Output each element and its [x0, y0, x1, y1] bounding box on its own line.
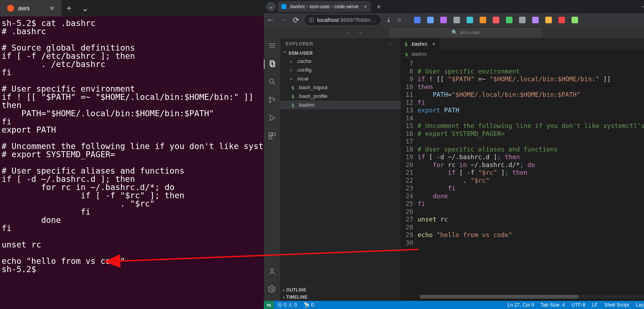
extension-icon[interactable] [414, 17, 421, 23]
shell-file-icon: $ [290, 85, 296, 90]
browser-back-button[interactable]: ← [267, 16, 274, 24]
code-line[interactable]: unset rc [418, 215, 644, 223]
terminal-tab[interactable]: aws × [0, 0, 62, 16]
svg-rect-12 [272, 133, 275, 136]
status-cursor-position[interactable]: Ln 27, Col 9 [504, 302, 537, 308]
code-content[interactable]: # User specific environmentif ! [[ "$PAT… [418, 59, 644, 294]
status-layout[interactable]: Layout: Gern [633, 302, 644, 308]
code-line[interactable]: if [ -d ~/.bashrc.d ]; then [418, 153, 644, 161]
extension-icon[interactable] [427, 17, 434, 23]
command-center[interactable]: 🔍 ssm-user [389, 28, 542, 37]
extension-icon[interactable] [558, 17, 565, 23]
browser-forward-button[interactable]: → [280, 16, 287, 24]
tree-folder[interactable]: ›.config [280, 66, 401, 74]
vscode-nav-forward-icon[interactable]: → [357, 30, 362, 36]
tree-folder[interactable]: ›.cache [280, 57, 401, 66]
code-line[interactable]: for rc in ~/.bashrc.d/*; do [418, 161, 644, 169]
terminal-tab-close-icon[interactable]: × [50, 4, 54, 13]
install-app-icon[interactable]: ⤓ [386, 16, 391, 24]
code-line[interactable]: # export SYSTEMD_PAGER= [418, 130, 644, 138]
warning-icon: ⚠ [288, 302, 293, 308]
ports-icon: 📡 [304, 302, 310, 308]
tree-folder[interactable]: ›.local [280, 74, 401, 83]
code-line[interactable]: # User specific environment [418, 68, 644, 75]
shell-file-icon: $ [404, 41, 407, 47]
activity-search-icon[interactable] [268, 78, 276, 87]
explorer-more-icon[interactable]: ··· [389, 41, 395, 47]
code-line[interactable] [418, 223, 644, 231]
extension-icon[interactable] [467, 17, 473, 23]
ubuntu-logo-icon [7, 5, 14, 12]
browser-minimize-icon[interactable]: — [642, 3, 644, 10]
browser-new-tab-button[interactable]: + [372, 2, 381, 11]
status-remote-button[interactable]: ⇋ [264, 301, 274, 309]
extension-icon[interactable] [493, 17, 499, 23]
terminal-tabbar: aws × + ⌄ [0, 0, 264, 16]
terminal-output[interactable]: sh-5.2$ cat .bashrc # .bashrc # Source g… [0, 16, 264, 309]
address-bar[interactable]: ⓘ localhost:9999/?folder… [305, 15, 381, 25]
code-line[interactable]: export PATH [418, 106, 644, 114]
code-line[interactable]: then [418, 83, 644, 91]
extension-icon[interactable] [572, 17, 578, 23]
status-eol[interactable]: LF [589, 302, 601, 308]
terminal-tab-dropdown-icon[interactable]: ⌄ [77, 3, 94, 13]
scrollbar-thumb[interactable] [420, 295, 579, 299]
code-line[interactable]: # User specific aliases and functions [418, 145, 644, 153]
activity-run-debug-icon[interactable] [268, 114, 276, 123]
status-tab-size[interactable]: Tab Size: 4 [537, 302, 568, 308]
code-line[interactable]: fi [418, 184, 644, 192]
code-line[interactable]: fi [418, 99, 644, 107]
code-line[interactable] [418, 239, 644, 247]
activity-settings-icon[interactable] [268, 285, 276, 294]
activity-source-control-icon[interactable] [268, 96, 276, 105]
code-line[interactable]: echo "hello from vs code" [418, 231, 644, 239]
bookmark-star-icon[interactable]: ☆ [397, 16, 402, 24]
extension-icon[interactable] [506, 17, 512, 23]
activity-explorer-icon[interactable] [264, 60, 280, 69]
extension-icon[interactable] [545, 17, 552, 23]
outline-section[interactable]: › OUTLINE [280, 287, 401, 294]
status-problems[interactable]: ⓧ0 ⚠0 [274, 302, 300, 308]
extension-icon[interactable] [440, 17, 447, 23]
code-line[interactable]: if [ -f "$rc" ]; then [418, 169, 644, 177]
code-editor[interactable]: 7891011121314151617181920212223242526272… [401, 59, 644, 294]
code-line[interactable]: done [418, 192, 644, 200]
code-line[interactable] [418, 114, 644, 122]
vscode-nav-back-icon[interactable]: ← [346, 30, 351, 36]
extension-icon[interactable] [453, 17, 460, 23]
editor-tab[interactable]: $ .bashrc × [401, 38, 439, 50]
activity-menu-icon[interactable] [268, 42, 276, 51]
tree-file[interactable]: $.bash_profile [280, 92, 401, 101]
editor-tab-close-icon[interactable]: × [432, 41, 435, 47]
activity-accounts-icon[interactable] [268, 267, 276, 277]
code-line[interactable] [418, 60, 644, 68]
extension-icon[interactable] [519, 17, 526, 23]
extension-icon[interactable] [532, 17, 539, 23]
status-encoding[interactable]: UTF-8 [568, 302, 589, 308]
code-line[interactable]: if ! [[ "$PATH" =~ "$HOME/.local/bin:$HO… [418, 75, 644, 83]
activity-extensions-icon[interactable] [268, 132, 276, 141]
status-language[interactable]: Shell Script [601, 302, 633, 308]
editor-horizontal-scrollbar[interactable] [420, 295, 644, 299]
browser-reload-button[interactable]: ⟳ [293, 16, 299, 25]
timeline-section[interactable]: › TIMELINE [280, 294, 401, 301]
code-line[interactable] [418, 138, 644, 145]
tree-file[interactable]: $.bash_logout [280, 83, 401, 92]
terminal-new-tab-button[interactable]: + [62, 3, 77, 13]
status-ports[interactable]: 📡0 [300, 302, 317, 308]
extension-icon[interactable] [480, 17, 486, 23]
code-line[interactable]: PATH="$HOME/.local/bin:$HOME/bin:$PATH" [418, 91, 644, 99]
remote-icon: ⇋ [267, 302, 271, 308]
breadcrumb[interactable]: $ .bashrc [401, 50, 644, 59]
tab-search-button[interactable]: ⌄ [266, 2, 276, 11]
workspace-root[interactable]: › SSM-USER [280, 50, 401, 57]
code-line[interactable]: . "$rc" [418, 177, 644, 185]
browser-tab[interactable]: .bashrc - ssm-user - code-serve × [278, 1, 371, 12]
site-info-icon[interactable]: ⓘ [309, 17, 314, 23]
browser-tab-close-icon[interactable]: × [361, 4, 367, 10]
tree-file[interactable]: $.bashrc [280, 101, 401, 109]
code-line[interactable]: fi [418, 200, 644, 208]
outline-label: OUTLINE [286, 288, 307, 293]
code-line[interactable]: # Uncomment the following line if you do… [418, 122, 644, 130]
code-line[interactable] [418, 208, 644, 216]
